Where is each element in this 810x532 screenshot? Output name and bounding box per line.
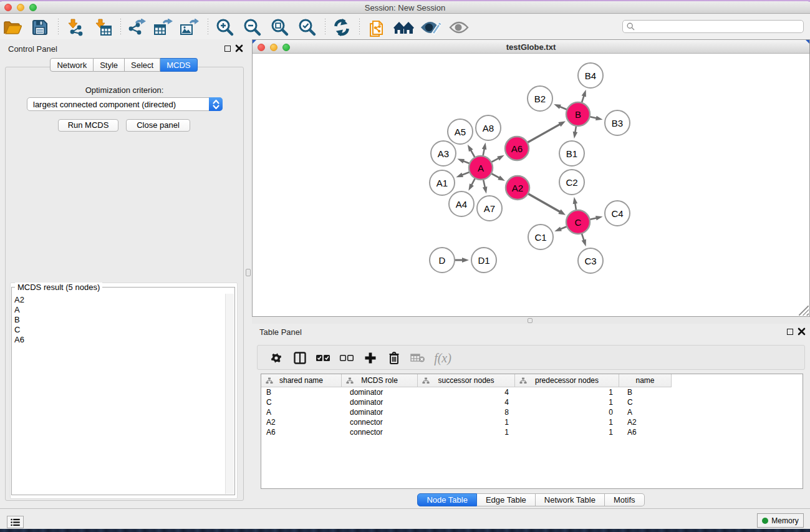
cell-MCDS-role[interactable]: dominator bbox=[342, 397, 418, 407]
criterion-dropdown[interactable]: largest connected component (directed) bbox=[27, 97, 223, 111]
column-header-predecessor-nodes[interactable]: predecessor nodes bbox=[515, 374, 619, 387]
cell-shared-name[interactable]: C bbox=[261, 397, 342, 407]
mcds-result-list[interactable]: A2ABCA6 bbox=[12, 295, 234, 494]
table-row-A2[interactable]: A2connector11A2 bbox=[261, 417, 803, 427]
create-column-plus-icon[interactable] bbox=[362, 350, 378, 366]
toolbar-separator bbox=[58, 19, 59, 36]
export-table-icon[interactable] bbox=[152, 18, 173, 37]
delete-columns-trash-icon[interactable] bbox=[386, 350, 402, 366]
close-panel-button[interactable]: Close panel bbox=[126, 119, 190, 132]
cell-name[interactable]: A bbox=[619, 407, 672, 417]
import-table-icon[interactable] bbox=[92, 18, 113, 37]
cell-name[interactable]: B bbox=[619, 387, 672, 397]
zoom-out-icon[interactable] bbox=[242, 18, 263, 37]
result-item[interactable]: B bbox=[12, 315, 234, 325]
cell-predecessor-nodes[interactable]: 1 bbox=[515, 417, 619, 427]
tab-style[interactable]: Style bbox=[94, 58, 125, 72]
result-item[interactable]: C bbox=[12, 325, 234, 335]
cell-predecessor-nodes[interactable]: 1 bbox=[515, 387, 619, 397]
cell-MCDS-role[interactable]: dominator bbox=[342, 407, 418, 417]
zoom-fit-icon[interactable] bbox=[269, 18, 291, 37]
close-panel-icon[interactable] bbox=[235, 44, 243, 52]
result-list-scrollbar[interactable] bbox=[225, 294, 234, 494]
table-options-gear-icon[interactable] bbox=[268, 350, 284, 366]
delete-table-icon[interactable] bbox=[410, 350, 426, 366]
tab-select[interactable]: Select bbox=[125, 58, 160, 72]
result-item[interactable]: A2 bbox=[12, 295, 234, 305]
vertical-splitter[interactable] bbox=[248, 39, 252, 508]
horizontal-splitter-handle[interactable] bbox=[528, 318, 533, 323]
refresh-icon[interactable] bbox=[331, 18, 352, 37]
cell-shared-name[interactable]: B bbox=[261, 387, 342, 397]
cell-successor-nodes[interactable]: 1 bbox=[418, 417, 515, 427]
toggle-columns-icon[interactable] bbox=[292, 350, 308, 366]
cell-name[interactable]: A6 bbox=[619, 427, 672, 437]
cell-successor-nodes[interactable]: 4 bbox=[418, 397, 515, 407]
task-history-button[interactable] bbox=[7, 516, 24, 528]
cell-MCDS-role[interactable]: dominator bbox=[342, 387, 418, 397]
frame-resize-grip[interactable] bbox=[799, 306, 809, 316]
open-file-icon[interactable] bbox=[2, 18, 23, 37]
graphics-details-icon[interactable] bbox=[420, 18, 441, 37]
unselect-all-icon[interactable] bbox=[339, 350, 355, 366]
function-builder-icon[interactable]: f(x) bbox=[435, 350, 451, 366]
float-panel-icon[interactable] bbox=[224, 46, 231, 52]
tab-edge-table[interactable]: Edge Table bbox=[477, 493, 536, 506]
cell-successor-nodes[interactable]: 4 bbox=[418, 387, 515, 397]
tab-mcds[interactable]: MCDS bbox=[160, 58, 197, 72]
table-float-panel-icon[interactable] bbox=[787, 329, 793, 335]
network-frame-titlebar[interactable]: testGlobe.txt bbox=[253, 40, 809, 54]
node-label-A1: A1 bbox=[436, 178, 448, 188]
cell-name[interactable]: A2 bbox=[619, 417, 672, 427]
main-toolbar bbox=[0, 14, 810, 40]
window-title: Session: New Session bbox=[0, 3, 810, 12]
tab-network-table[interactable]: Network Table bbox=[536, 493, 605, 506]
node-table[interactable]: shared name MCDS role successor nodes pr… bbox=[261, 374, 803, 489]
import-network-icon[interactable] bbox=[65, 18, 86, 37]
cell-predecessor-nodes[interactable]: 0 bbox=[515, 407, 619, 417]
select-all-icon[interactable] bbox=[315, 350, 331, 366]
save-session-icon[interactable] bbox=[29, 18, 51, 37]
network-frame-title: testGlobe.txt bbox=[253, 42, 809, 52]
zoom-selected-icon[interactable] bbox=[297, 18, 318, 37]
column-header-shared-name[interactable]: shared name bbox=[261, 374, 342, 387]
table-close-panel-icon[interactable] bbox=[798, 327, 806, 336]
tab-motifs[interactable]: Motifs bbox=[605, 493, 645, 506]
tab-node-table[interactable]: Node Table bbox=[417, 493, 477, 506]
cell-predecessor-nodes[interactable]: 1 bbox=[515, 397, 619, 407]
duplicate-network-icon[interactable] bbox=[367, 18, 388, 37]
column-header-successor-nodes[interactable]: successor nodes bbox=[418, 374, 515, 387]
edge-arrow bbox=[483, 186, 487, 194]
network-canvas[interactable]: AA1A2A3A4A5A6A7A8BB1B2B3B4CC1C2C3C4DD1 bbox=[253, 54, 809, 316]
table-row-A6[interactable]: A6connector11A6 bbox=[261, 427, 803, 437]
tab-network[interactable]: Network bbox=[50, 58, 94, 72]
vertical-splitter-handle[interactable] bbox=[246, 269, 251, 276]
mcds-tab-content: Optimization criterion: largest connecte… bbox=[5, 67, 244, 501]
run-mcds-button[interactable]: Run MCDS bbox=[58, 119, 118, 132]
result-item[interactable]: A bbox=[12, 305, 234, 315]
cell-shared-name[interactable]: A2 bbox=[261, 417, 342, 427]
table-row-C[interactable]: Cdominator41C bbox=[261, 397, 803, 407]
zoom-in-icon[interactable] bbox=[215, 18, 236, 37]
edge-arrow bbox=[554, 226, 562, 231]
result-item[interactable]: A6 bbox=[12, 335, 234, 345]
export-network-icon[interactable] bbox=[126, 18, 147, 37]
table-row-A[interactable]: Adominator80A bbox=[261, 407, 803, 417]
column-header-name[interactable]: name bbox=[619, 374, 672, 387]
column-header-MCDS-role[interactable]: MCDS role bbox=[342, 374, 418, 387]
cell-successor-nodes[interactable]: 1 bbox=[418, 427, 515, 437]
cell-MCDS-role[interactable]: connector bbox=[342, 417, 418, 427]
cell-predecessor-nodes[interactable]: 1 bbox=[515, 427, 619, 437]
memory-button[interactable]: Memory bbox=[757, 513, 804, 528]
export-image-icon[interactable] bbox=[178, 18, 200, 37]
search-input[interactable] bbox=[622, 20, 804, 33]
cell-shared-name[interactable]: A6 bbox=[261, 427, 342, 437]
network-overview-icon[interactable] bbox=[393, 18, 415, 37]
node-label-A2: A2 bbox=[512, 183, 523, 193]
cell-MCDS-role[interactable]: connector bbox=[342, 427, 418, 437]
cell-name[interactable]: C bbox=[619, 397, 672, 407]
eye-icon[interactable] bbox=[448, 18, 470, 37]
cell-shared-name[interactable]: A bbox=[261, 407, 342, 417]
table-row-B[interactable]: Bdominator41B bbox=[261, 387, 803, 397]
cell-successor-nodes[interactable]: 8 bbox=[418, 407, 515, 417]
